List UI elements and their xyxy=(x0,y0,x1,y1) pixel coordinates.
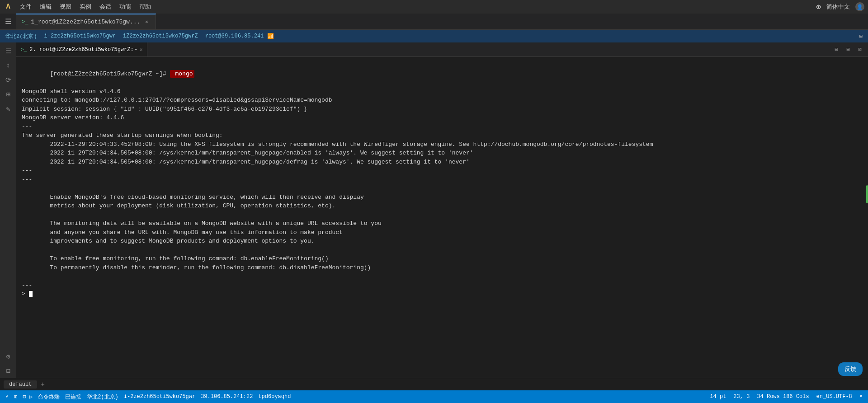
connection-bar: 华北2(北京) i-2ze2zh65oti5wko75gwr iZ2ze2zh6… xyxy=(0,30,868,42)
status-instance: i-2ze2zh65oti5wko75gwr xyxy=(124,394,195,400)
terminal-container: >_ 2. root@iZ2ze2zh65oti5wko75gwrZ:~ ✕ ⊟… xyxy=(16,42,868,378)
output-line-blank3 xyxy=(22,246,863,255)
add-terminal-btn[interactable]: + xyxy=(41,381,44,388)
output-line-18: To permanently disable this reminder, ru… xyxy=(22,263,863,272)
maximize-btn[interactable]: ⊠ xyxy=(855,45,864,54)
menu-edit[interactable]: 编辑 xyxy=(36,2,55,12)
output-line-11: --- xyxy=(22,175,863,184)
status-left: ⚡ ⊞ ⊟ ▷ 命令终端 已连接 华北2(北京) i-2ze2zh65oti5w… xyxy=(5,393,291,401)
tabbar: ☰ >_ 1_root@iZ2ze2zh65oti5wko75gw... ✕ xyxy=(0,14,868,30)
ip-label: root@39.106.85.241 xyxy=(205,33,264,39)
sidebar-toggle[interactable]: ☰ xyxy=(0,14,16,29)
terminal-tabbar: >_ 2. root@iZ2ze2zh65oti5wko75gwrZ:~ ✕ ⊟… xyxy=(16,42,868,57)
cursor xyxy=(29,291,33,297)
status-cursor-pos: 23, 3 xyxy=(733,394,750,400)
sidebar-icon-edit[interactable]: ✎ xyxy=(1,102,15,116)
menu-file[interactable]: 文件 xyxy=(16,2,35,12)
status-connection: 已连接 xyxy=(65,393,81,401)
conn-region: 华北2(北京) xyxy=(5,33,37,40)
instance-id-label: i-2ze2zh65oti5wko75gwr xyxy=(44,33,116,39)
lang-selector[interactable]: 简体中文 xyxy=(826,3,850,11)
terminal-tab-label: 2. root@iZ2ze2zh65oti5wko75gwrZ:~ xyxy=(29,47,137,53)
output-line-14: The monitoring data will be available on… xyxy=(22,219,863,228)
titlebar: Λ 文件 编辑 视图 实例 会话 功能 帮助 ⊕ 简体中文 👤 xyxy=(0,0,868,14)
sidebar-icon-collapse[interactable]: ⊟ xyxy=(1,364,15,378)
signal-icon: 📶 xyxy=(267,33,274,40)
terminal-tab-close[interactable]: ✕ xyxy=(140,47,143,52)
output-line-blank1 xyxy=(22,184,863,193)
tab-close-btn[interactable]: ✕ xyxy=(143,19,150,26)
output-line-1: MongoDB shell version v4.4.6 xyxy=(22,87,863,96)
status-region: 华北2(北京) xyxy=(87,393,118,401)
sidebar-icon-settings[interactable]: ⚙ xyxy=(1,350,15,363)
status-rows-cols: 34 Rows 186 Cols xyxy=(757,394,809,400)
prompt-line: [root@iZ2ze2zh65oti5wko75gwrZ ~]# mongo xyxy=(22,61,863,87)
menu-function[interactable]: 功能 xyxy=(116,2,135,12)
menu-instance[interactable]: 实例 xyxy=(76,2,95,12)
split-h-btn[interactable]: ⊟ xyxy=(832,45,841,54)
terminal-icon: >_ xyxy=(22,19,28,25)
conn-ip: root@39.106.85.241 📶 xyxy=(205,33,274,40)
statusbar: ⚡ ⊞ ⊟ ▷ 命令终端 已连接 华北2(北京) i-2ze2zh65oti5w… xyxy=(0,390,868,403)
main-tab[interactable]: >_ 1_root@iZ2ze2zh65oti5wko75gw... ✕ xyxy=(16,14,156,29)
menu-help[interactable]: 帮助 xyxy=(136,2,155,12)
terminal-content[interactable]: [root@iZ2ze2zh65oti5wko75gwrZ ~]# mongo … xyxy=(16,57,868,378)
bottom-bar-tab[interactable]: default xyxy=(4,380,37,389)
sidebar-icon-refresh[interactable]: ⟳ xyxy=(1,73,15,87)
terminal-tab-active[interactable]: >_ 2. root@iZ2ze2zh65oti5wko75gwrZ:~ ✕ xyxy=(16,42,147,56)
output-line-15: and anyone you share the URL with. Mongo… xyxy=(22,228,863,237)
output-line-17: To enable free monitoring, run the follo… xyxy=(22,254,863,263)
output-line-6: The server generated these startup warni… xyxy=(22,131,863,140)
command-highlight: mongo xyxy=(170,70,195,78)
output-line-blank2 xyxy=(22,211,863,220)
output-line-4: MongoDB server version: 4.4.6 xyxy=(22,113,863,122)
output-line-10: --- xyxy=(22,166,863,175)
feedback-button[interactable]: 反馈 xyxy=(838,362,863,376)
add-icon[interactable]: ⊕ xyxy=(816,2,821,12)
menu-bar: 文件 编辑 视图 实例 会话 功能 帮助 xyxy=(16,2,155,12)
split-v-btn[interactable]: ⊞ xyxy=(844,45,853,54)
sidebar-icon-split[interactable]: ⊞ xyxy=(1,88,15,101)
output-line-7: 2022-11-29T20:04:33.452+08:00: Using the… xyxy=(22,140,863,149)
prompt-text: [root@iZ2ze2zh65oti5wko75gwrZ ~]# xyxy=(50,70,170,77)
status-icons-row: ⊟ ▷ xyxy=(23,394,33,400)
output-line-13: metrics about your deployment (disk util… xyxy=(22,202,863,211)
status-encoding: en_US.UTF-8 xyxy=(816,394,852,400)
tab-label: 1_root@iZ2ze2zh65oti5wko75gw... xyxy=(31,19,140,25)
terminal-tab-icon: >_ xyxy=(21,47,27,52)
output-line-8: 2022-11-29T20:04:34.505+08:00: /sys/kern… xyxy=(22,149,863,158)
status-close[interactable]: × xyxy=(859,394,863,400)
status-right: 14 pt 23, 3 34 Rows 186 Cols en_US.UTF-8… xyxy=(710,394,863,400)
instance-name-label: iZ2ze2zh65oti5wko75gwrZ xyxy=(123,33,198,39)
layout-icon[interactable]: ⊞ xyxy=(859,33,863,40)
conn-instance-id: i-2ze2zh65oti5wko75gwr xyxy=(44,33,116,39)
status-ip: 39.106.85.241:22 xyxy=(201,394,253,400)
region-label: 华北2(北京) xyxy=(5,33,37,40)
menu-session[interactable]: 会话 xyxy=(96,2,115,12)
titlebar-right: ⊕ 简体中文 👤 xyxy=(816,2,864,12)
left-sidebar: ☰ ↕ ⟳ ⊞ ✎ ⚙ ⊟ xyxy=(0,42,16,378)
sidebar-icon-resize[interactable]: ↕ xyxy=(1,59,15,72)
scroll-thumb xyxy=(866,185,868,203)
status-default: ⊞ xyxy=(14,394,17,400)
terminal-tab-right: ⊟ ⊞ ⊠ xyxy=(832,42,868,56)
output-line-16: improvements and to suggest MongoDB prod… xyxy=(22,237,863,246)
mongo-prompt-line: > xyxy=(22,290,863,299)
status-icon: ⚡ xyxy=(5,394,9,400)
output-line-5: --- xyxy=(22,122,863,131)
conn-instance-name: iZ2ze2zh65oti5wko75gwrZ xyxy=(123,33,198,39)
sidebar-icon-menu[interactable]: ☰ xyxy=(1,44,15,58)
output-line-19: --- xyxy=(22,281,863,290)
menu-view[interactable]: 视图 xyxy=(56,2,75,12)
output-line-blank4 xyxy=(22,272,863,281)
status-font-size: 14 pt xyxy=(710,394,726,400)
app-logo: Λ xyxy=(4,2,13,11)
scrollbar[interactable] xyxy=(866,57,868,378)
output-line-12: Enable MongoDB's free cloud-based monito… xyxy=(22,193,863,202)
output-line-2: connecting to: mongodb://127.0.0.1:27017… xyxy=(22,96,863,105)
output-line-9: 2022-11-29T20:04:34.505+08:00: /sys/kern… xyxy=(22,158,863,167)
output-line-3: Implicit session: session { "id" : UUID(… xyxy=(22,105,863,114)
status-terminal-label: 命令终端 xyxy=(38,393,60,401)
status-session: tpd6oyaqhd xyxy=(258,394,291,400)
user-avatar[interactable]: 👤 xyxy=(855,2,864,11)
